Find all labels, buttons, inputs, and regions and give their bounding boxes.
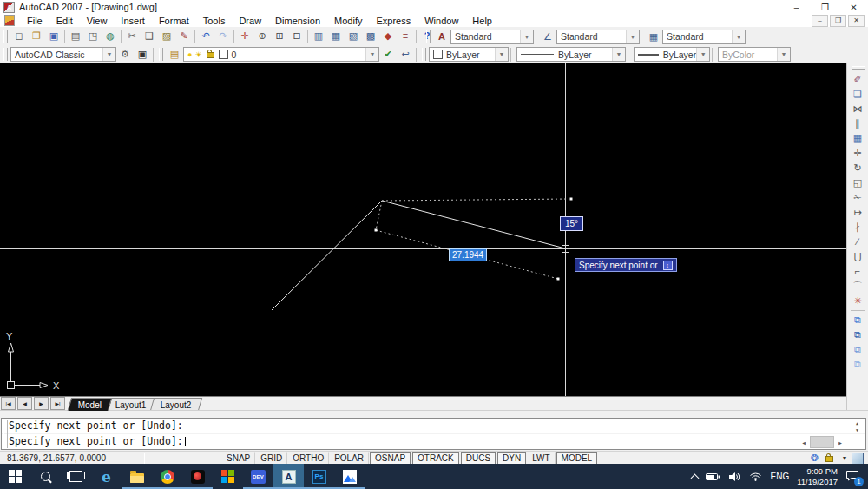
draworder-bring-to-front-button[interactable]: ⧉ bbox=[850, 313, 866, 327]
zoom-previous-button[interactable]: ⊟ bbox=[288, 28, 306, 45]
command-scroll-horizontal[interactable]: ◀ ▶ bbox=[798, 436, 846, 448]
task-view-button[interactable] bbox=[61, 464, 91, 489]
volume-icon[interactable] bbox=[728, 472, 741, 482]
tab-next-button[interactable]: ▶ bbox=[34, 397, 49, 410]
command-scroll-vertical[interactable]: ▲▼ bbox=[852, 420, 863, 433]
menu-express[interactable]: Express bbox=[369, 16, 418, 26]
chevron-down-icon[interactable]: ▼ bbox=[102, 48, 115, 61]
menu-insert[interactable]: Insert bbox=[114, 16, 152, 26]
text-style-combo[interactable]: Standard ▼ bbox=[450, 30, 534, 44]
chevron-down-icon[interactable]: ▼ bbox=[696, 48, 709, 61]
menu-dimension[interactable]: Dimension bbox=[268, 16, 327, 26]
doc-restore-button[interactable]: ❐ bbox=[830, 15, 846, 27]
zoom-window-button[interactable]: ⊞ bbox=[271, 28, 288, 45]
layer-properties-manager-button[interactable]: ▤ bbox=[166, 46, 183, 63]
toggle-otrack[interactable]: OTRACK bbox=[412, 452, 459, 465]
break-button[interactable]: ∕ bbox=[850, 235, 866, 249]
scroll-right-icon[interactable]: ▶ bbox=[834, 437, 846, 447]
toggle-polar[interactable]: POLAR bbox=[329, 452, 369, 465]
table-style-combo[interactable]: Standard ▼ bbox=[662, 30, 746, 44]
chevron-down-icon[interactable]: ▼ bbox=[495, 48, 508, 61]
tab-layout2[interactable]: Layout2 bbox=[150, 398, 202, 411]
doc-minimize-button[interactable]: – bbox=[812, 15, 828, 27]
clean-screen-button[interactable] bbox=[852, 453, 864, 465]
toolbar-grip[interactable] bbox=[422, 48, 426, 61]
mirror-button[interactable]: ⋈ bbox=[850, 102, 866, 116]
menu-modify[interactable]: Modify bbox=[327, 16, 369, 26]
plot-style-combo[interactable]: ByColor ▼ bbox=[718, 47, 791, 62]
scroll-down-icon[interactable]: ▼ bbox=[852, 426, 863, 433]
doc-close-button[interactable]: ✕ bbox=[848, 15, 865, 27]
copy-clip-button[interactable]: ❑ bbox=[141, 28, 158, 45]
menu-help[interactable]: Help bbox=[465, 16, 499, 26]
taskbar-search-button[interactable] bbox=[30, 464, 61, 489]
taskbar-office-hub-button[interactable] bbox=[213, 464, 243, 489]
layer-freeze-sun-icon[interactable]: ☀ bbox=[194, 50, 201, 59]
dynamic-distance-input[interactable]: 27.1944 bbox=[449, 248, 487, 261]
scale-button[interactable]: ◱ bbox=[850, 175, 866, 190]
communication-center-icon[interactable]: ❂ bbox=[811, 453, 819, 464]
tab-prev-button[interactable]: ◀ bbox=[17, 397, 32, 410]
lineweight-control-combo[interactable]: ByLayer ▼ bbox=[634, 47, 710, 62]
rotate-button[interactable]: ↻ bbox=[850, 161, 866, 175]
sheet-set-manager-button[interactable]: ▩ bbox=[362, 28, 379, 45]
menu-view[interactable]: View bbox=[80, 16, 115, 26]
chevron-down-icon[interactable]: ▼ bbox=[365, 48, 378, 61]
toggle-ortho[interactable]: ORTHO bbox=[287, 452, 329, 465]
restore-button[interactable]: ❐ bbox=[811, 1, 839, 14]
taskbar-file-explorer-button[interactable] bbox=[122, 464, 152, 489]
menu-draw[interactable]: Draw bbox=[232, 16, 268, 26]
scroll-left-icon[interactable]: ◀ bbox=[798, 437, 810, 447]
toolbar-grip[interactable] bbox=[852, 66, 865, 70]
menu-tools[interactable]: Tools bbox=[196, 16, 233, 26]
chevron-down-icon[interactable]: ▼ bbox=[777, 48, 790, 61]
layer-color-swatch[interactable] bbox=[219, 50, 228, 59]
layer-previous-button[interactable]: ↩ bbox=[397, 46, 414, 63]
taskbar-chrome-button[interactable] bbox=[152, 464, 182, 489]
toggle-osnap[interactable]: OSNAP bbox=[370, 452, 411, 465]
draworder-send-under-button[interactable]: ⧉ bbox=[850, 357, 866, 372]
tray-chevron-icon[interactable] bbox=[692, 472, 698, 481]
menu-file[interactable]: File bbox=[20, 16, 49, 26]
taskbar-dev-cpp-button[interactable]: DEV bbox=[243, 464, 273, 489]
plot-preview-button[interactable]: ◳ bbox=[84, 28, 102, 45]
menu-window[interactable]: Window bbox=[418, 16, 465, 26]
chevron-down-icon[interactable]: ▼ bbox=[520, 30, 533, 43]
command-grip[interactable] bbox=[3, 420, 8, 448]
start-button[interactable] bbox=[0, 464, 30, 489]
action-center-button[interactable]: 1 bbox=[845, 470, 859, 483]
qnew-button[interactable]: ◻ bbox=[10, 28, 28, 45]
draworder-bring-above-button[interactable]: ⧉ bbox=[850, 342, 866, 357]
trim-button[interactable]: ✁ bbox=[850, 190, 866, 205]
command-input-line[interactable]: Specify next point or [Undo]: bbox=[2, 434, 865, 449]
explode-button[interactable]: ✳ bbox=[850, 294, 866, 308]
toolbar-lock-icon[interactable] bbox=[824, 454, 838, 462]
toolbar-grip[interactable] bbox=[3, 48, 8, 61]
menu-format[interactable]: Format bbox=[152, 16, 196, 26]
layer-lock-icon[interactable] bbox=[207, 52, 214, 58]
paste-button[interactable]: ▨ bbox=[158, 28, 175, 45]
tab-first-button[interactable]: |◀ bbox=[1, 397, 16, 410]
taskbar-photos-button[interactable] bbox=[334, 464, 365, 489]
toggle-model[interactable]: MODEL bbox=[556, 452, 598, 465]
color-control-combo[interactable]: ByLayer ▼ bbox=[429, 47, 509, 62]
coordinate-readout[interactable]: 81.3679, 21.6577, 0.0000 bbox=[3, 453, 145, 465]
taskbar-autocad-button[interactable]: A bbox=[273, 464, 304, 489]
text-style-icon[interactable]: A bbox=[433, 28, 450, 45]
make-object-layer-current-button[interactable]: ✔ bbox=[379, 46, 397, 63]
properties-palette-button[interactable]: ▥ bbox=[310, 28, 327, 45]
array-button[interactable]: ▦ bbox=[850, 131, 866, 146]
scroll-thumb[interactable] bbox=[810, 436, 834, 448]
erase-button[interactable]: ✐ bbox=[850, 72, 866, 87]
chevron-down-icon[interactable]: ▼ bbox=[626, 30, 639, 43]
undo-button[interactable]: ↶ bbox=[197, 28, 214, 45]
taskbar-game-button[interactable] bbox=[182, 464, 213, 489]
table-style-icon[interactable]: ▦ bbox=[645, 28, 662, 45]
toggle-lwt[interactable]: LWT bbox=[527, 452, 555, 465]
toolbar-grip[interactable] bbox=[426, 30, 431, 43]
join-button[interactable]: ⋃ bbox=[850, 249, 866, 264]
markup-set-manager-button[interactable]: ◆ bbox=[379, 28, 397, 45]
toggle-snap[interactable]: SNAP bbox=[221, 452, 255, 465]
dim-style-combo[interactable]: Standard ▼ bbox=[556, 30, 640, 44]
plot-button[interactable]: ▤ bbox=[67, 28, 84, 45]
